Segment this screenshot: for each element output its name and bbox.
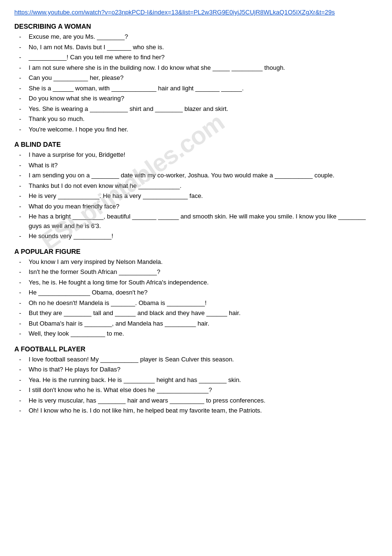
list-item-text: He has a bright _________, beautiful ___…	[29, 212, 378, 230]
dash-icon: -	[19, 355, 27, 364]
list-item: -Can you __________ her, please?	[19, 73, 378, 83]
dash-icon: -	[19, 319, 27, 328]
list-item: -She is a ______ woman, with ___________…	[19, 84, 378, 93]
list-item: -I love football season! My ___________ …	[19, 355, 378, 364]
list-item: -He is very ____________. He has a very …	[19, 191, 378, 201]
list-item: -I am sending you on a ________ date wit…	[19, 171, 378, 180]
list-item-text: Yes. She is wearing a ___________ shirt …	[29, 104, 378, 114]
dash-icon: -	[19, 385, 27, 395]
list-item-text: He is very muscular, has ________ hair a…	[29, 396, 378, 405]
dash-icon: -	[19, 84, 27, 93]
list-item: -Yes. She is wearing a ___________ shirt…	[19, 104, 378, 114]
link-section: https://www.youtube.com/watch?v=o23npkPC…	[14, 9, 378, 16]
list-item-text: Yes, he is. He fought a long time for So…	[29, 278, 378, 287]
list-item: -He _______________ Obama, doesn't he?	[19, 288, 378, 297]
list-item: -Thanks but I do not even know what he _…	[19, 181, 378, 191]
list-item: -No, I am not Ms. Davis but I _______ wh…	[19, 43, 378, 52]
dash-icon: -	[19, 125, 27, 134]
list-item: -I have a surprise for you, Bridgette!	[19, 150, 378, 160]
dash-icon: -	[19, 53, 27, 62]
list-item-text: You know I am very inspired by Nelson Ma…	[29, 257, 378, 267]
list-item-text: Oh no he doesn't! Mandela is _______. Ob…	[29, 298, 378, 308]
list-item: -Do you know what she is wearing?	[19, 94, 378, 103]
list-item: -What do you mean friendly face?	[19, 202, 378, 211]
list-item: -Well, they look __________ to me.	[19, 329, 378, 338]
list-item-text: You're welcome. I hope you find her.	[29, 125, 378, 134]
list-item-text: He _______________ Obama, doesn't he?	[29, 288, 378, 297]
list-item: -What is it?	[19, 161, 378, 170]
list-item: -Yes, he is. He fought a long time for S…	[19, 278, 378, 287]
list-item: -He is very muscular, has ________ hair …	[19, 396, 378, 405]
dash-icon: -	[19, 278, 27, 287]
dash-icon: -	[19, 161, 27, 170]
dash-icon: -	[19, 212, 27, 230]
dash-icon: -	[19, 171, 27, 180]
list-item-text: I am sending you on a ________ date with…	[29, 171, 378, 180]
dash-icon: -	[19, 104, 27, 114]
dash-icon: -	[19, 73, 27, 83]
section-2: A POPULAR FIGURE-You know I am very insp…	[14, 248, 378, 338]
dash-icon: -	[19, 329, 27, 338]
list-item: -He sounds very ___________!	[19, 231, 378, 241]
dash-icon: -	[19, 298, 27, 308]
list-item: -You know I am very inspired by Nelson M…	[19, 257, 378, 267]
section-1: A BLIND DATE-I have a surprise for you, …	[14, 141, 378, 241]
list-item-text: Excuse me, are you Ms. ________?	[29, 32, 378, 42]
list-item-text: He is very ____________. He has a very _…	[29, 191, 378, 201]
dash-icon: -	[19, 181, 27, 191]
list-item-text: Thank you so much.	[29, 114, 378, 124]
list-item-text: She is a ______ woman, with ____________…	[29, 84, 378, 93]
dash-icon: -	[19, 43, 27, 52]
list-item-text: ___________! Can you tell me where to fi…	[29, 53, 378, 62]
list-item-text: What is it?	[29, 161, 378, 170]
section-title-0: DESCRIBING A WOMAN	[14, 22, 378, 30]
dash-icon: -	[19, 231, 27, 241]
dash-icon: -	[19, 202, 27, 211]
dash-icon: -	[19, 94, 27, 103]
dash-icon: -	[19, 267, 27, 277]
list-item: -Oh no he doesn't! Mandela is _______. O…	[19, 298, 378, 308]
dash-icon: -	[19, 288, 27, 297]
section-title-2: A POPULAR FIGURE	[14, 248, 378, 255]
list-item: -I am not sure where she is in the build…	[19, 63, 378, 73]
youtube-link[interactable]: https://www.youtube.com/watch?v=o23npkPC…	[14, 9, 335, 16]
list-item: -I still don't know who he is. What else…	[19, 385, 378, 395]
dash-icon: -	[19, 114, 27, 124]
dialog-list-0: -Excuse me, are you Ms. ________?-No, I …	[14, 32, 378, 134]
section-0: DESCRIBING A WOMAN-Excuse me, are you Ms…	[14, 22, 378, 134]
list-item-text: No, I am not Ms. Davis but I _______ who…	[29, 43, 378, 52]
list-item-text: I am not sure where she is in the buildi…	[29, 63, 378, 73]
list-item-text: Well, they look __________ to me.	[29, 329, 378, 338]
list-item-text: He sounds very ___________!	[29, 231, 378, 241]
list-item-text: Yea. He is the running back. He is _____…	[29, 375, 378, 385]
section-title-1: A BLIND DATE	[14, 141, 378, 148]
section-title-3: A FOOTBALL PLAYER	[14, 345, 378, 353]
list-item: -But they are ________ tall and ______ a…	[19, 308, 378, 318]
list-item: -You're welcome. I hope you find her.	[19, 125, 378, 134]
dash-icon: -	[19, 32, 27, 42]
list-item: -Thank you so much.	[19, 114, 378, 124]
list-item: -Excuse me, are you Ms. ________?	[19, 32, 378, 42]
dash-icon: -	[19, 257, 27, 267]
dash-icon: -	[19, 406, 27, 415]
dash-icon: -	[19, 375, 27, 385]
dash-icon: -	[19, 150, 27, 160]
list-item: -He has a bright _________, beautiful __…	[19, 212, 378, 230]
list-item-text: Isn't he the former South African ______…	[29, 267, 378, 277]
list-item-text: Thanks but I do not even know what he __…	[29, 181, 378, 191]
list-item-text: I have a surprise for you, Bridgette!	[29, 150, 378, 160]
list-item-text: Oh! I know who he is. I do not like him,…	[29, 406, 378, 415]
list-item-text: But they are ________ tall and ______ an…	[29, 308, 378, 318]
dash-icon: -	[19, 365, 27, 374]
list-item-text: Do you know what she is wearing?	[29, 94, 378, 103]
list-item: -___________! Can you tell me where to f…	[19, 53, 378, 62]
list-item-text: I love football season! My ___________ p…	[29, 355, 378, 364]
dash-icon: -	[19, 191, 27, 201]
list-item-text: Can you __________ her, please?	[29, 73, 378, 83]
list-item-text: Who is that? He plays for Dallas?	[29, 365, 378, 374]
dash-icon: -	[19, 63, 27, 73]
dash-icon: -	[19, 308, 27, 318]
list-item-text: I still don't know who he is. What else …	[29, 385, 378, 395]
section-3: A FOOTBALL PLAYER-I love football season…	[14, 345, 378, 415]
list-item: -Isn't he the former South African _____…	[19, 267, 378, 277]
